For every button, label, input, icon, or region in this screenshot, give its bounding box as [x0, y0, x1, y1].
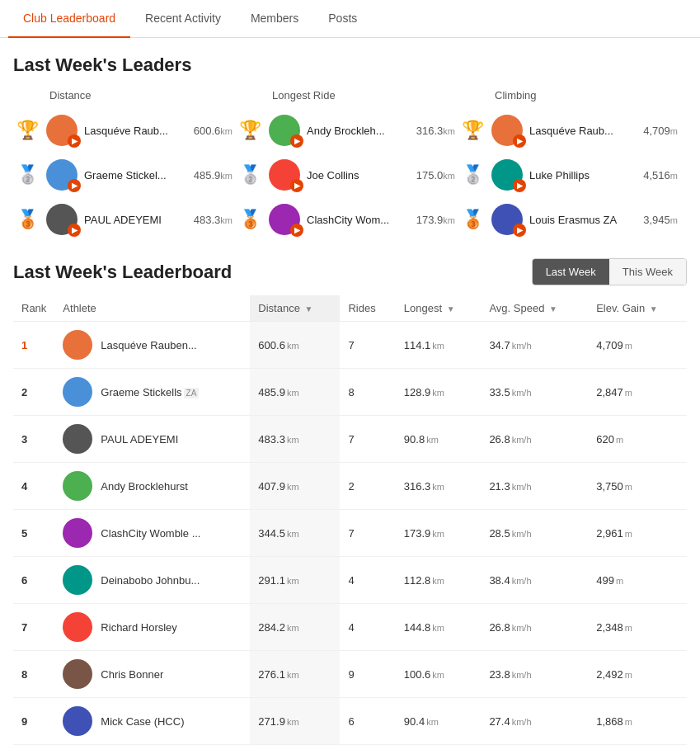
distance-cell: 407.9km: [250, 463, 340, 510]
avatar-wrap: ▶: [46, 159, 78, 191]
elev-gain-col-header[interactable]: Elev. Gain ▼: [588, 295, 687, 322]
rides-cell: 9: [340, 651, 395, 698]
tab-members[interactable]: Members: [236, 0, 313, 38]
rank-col-header: Rank: [13, 295, 54, 322]
rank-badge: ▶: [513, 179, 526, 192]
table-row: 7 Richard Horsley 284.2km 4 144.8km 26.8…: [13, 604, 687, 651]
tab-recent-activity[interactable]: Recent Activity: [130, 0, 236, 38]
leader-name: Louis Erasmus ZA: [529, 214, 638, 226]
longest-cell: 144.8km: [396, 604, 482, 651]
rank-badge: ▶: [68, 224, 81, 237]
leader-value: 485.9km: [194, 169, 233, 182]
distance-cell: 600.6km: [250, 322, 340, 369]
avg-speed-cell: 23.8km/h: [481, 651, 588, 698]
leader-value: 175.0km: [416, 169, 455, 182]
leader-name: Lasquéve Raub...: [84, 125, 189, 137]
distance-col-header: Distance: [49, 89, 92, 101]
athlete-cell[interactable]: Richard Horsley: [54, 604, 250, 651]
athlete-name: Mick Case (HCC): [101, 715, 184, 728]
distance-cell: 284.2km: [250, 604, 340, 651]
athlete-cell[interactable]: Andy Brocklehurst: [54, 463, 250, 510]
trophy-silver-icon: 🥈: [462, 164, 491, 186]
avg-speed-cell: 33.5km/h: [481, 369, 588, 416]
leader-name: Joe Collins: [307, 169, 411, 182]
page-container: Club Leaderboard Recent Activity Members…: [0, 0, 700, 745]
avatar-wrap: ▶: [491, 115, 523, 146]
leader-name: PAUL ADEYEMI: [84, 214, 189, 226]
distance-cell: 344.5km: [250, 510, 340, 557]
table-row: 6 Deinabobo Johnbu... 291.1km 4 112.8km …: [13, 557, 687, 604]
sort-arrow-icon: ▼: [305, 304, 313, 314]
rank-cell: 8: [13, 651, 54, 698]
athlete-cell[interactable]: Lasquéve Rauben...: [54, 322, 250, 369]
athlete-name: Chris Bonner: [101, 668, 163, 681]
leader-value: 600.6km: [194, 125, 233, 137]
tab-club-leaderboard[interactable]: Club Leaderboard: [8, 0, 130, 38]
longest-leader-3: 🥉 ▶ ClashCity Wom... 173.9km: [236, 197, 458, 242]
leaders-section: Distance 🏆 ▶ Lasquéve Raub... 600.6km 🥈: [0, 86, 700, 258]
athlete-name: Graeme StickellsZA: [101, 386, 199, 398]
leader-name: Luke Phillips: [529, 169, 638, 182]
rides-cell: 4: [340, 557, 395, 604]
elev-gain-cell: 2,348m: [588, 604, 687, 651]
longest-cell: 112.8km: [396, 557, 482, 604]
last-week-button[interactable]: Last Week: [533, 259, 609, 285]
athlete-cell[interactable]: Graeme StickellsZA: [54, 369, 250, 416]
elev-gain-cell: 1,868m: [588, 698, 687, 745]
distance-cell: 483.3km: [250, 416, 340, 463]
distance-col-header[interactable]: Distance ▼: [250, 295, 340, 322]
week-toggle: Last Week This Week: [532, 258, 687, 285]
table-row: 4 Andy Brocklehurst 407.9km 2 316.3km 21…: [13, 463, 687, 510]
longest-cell: 100.6km: [396, 651, 482, 698]
longest-cell: 173.9km: [396, 510, 482, 557]
rank-cell: 2: [13, 369, 54, 416]
athlete-avatar: [63, 471, 92, 501]
athlete-cell[interactable]: Deinabobo Johnbu...: [54, 557, 250, 604]
athlete-cell[interactable]: ClashCity Womble ...: [54, 510, 250, 557]
leader-value: 4,709m: [643, 125, 678, 137]
distance-cell: 291.1km: [250, 557, 340, 604]
athlete-cell[interactable]: Chris Bonner: [54, 651, 250, 698]
distance-cell: 276.1km: [250, 651, 340, 698]
leaders-distance-col: Distance 🏆 ▶ Lasquéve Raub... 600.6km 🥈: [13, 86, 236, 242]
athlete-name: ClashCity Womble ...: [101, 527, 200, 540]
sort-arrow-icon: ▼: [549, 304, 557, 314]
elev-gain-cell: 2,847m: [588, 369, 687, 416]
table-header-row: Rank Athlete Distance ▼ Rides Longest ▼ …: [13, 295, 687, 322]
table-row: 2 Graeme StickellsZA 485.9km 8 128.9km 3…: [13, 369, 687, 416]
rank-cell: 6: [13, 557, 54, 604]
rides-cell: 6: [340, 698, 395, 745]
climbing-leader-3: 🥉 ▶ Louis Erasmus ZA 3,945m: [458, 197, 681, 242]
athlete-cell[interactable]: PAUL ADEYEMI: [54, 416, 250, 463]
leader-name: Graeme Stickel...: [84, 169, 189, 182]
leaderboard-title: Last Week's Leaderboard: [13, 262, 232, 283]
athlete-avatar: [63, 565, 92, 595]
rank-cell: 4: [13, 463, 54, 510]
rides-cell: 2: [340, 463, 395, 510]
longest-cell: 128.9km: [396, 369, 482, 416]
rides-cell: 7: [340, 416, 395, 463]
elev-gain-cell: 2,492m: [588, 651, 687, 698]
leader-value: 173.9km: [416, 214, 455, 226]
leaders-climbing-col: Climbing 🏆 ▶ Lasquéve Raub... 4,709m 🥈: [458, 86, 681, 242]
athlete-name: Richard Horsley: [101, 621, 176, 634]
athlete-avatar: [63, 424, 92, 454]
rank-cell: 3: [13, 416, 54, 463]
trophy-bronze-icon: 🥉: [462, 209, 491, 230]
this-week-button[interactable]: This Week: [609, 259, 686, 285]
avg-speed-cell: 38.4km/h: [481, 557, 588, 604]
avatar-wrap: ▶: [46, 204, 78, 235]
athlete-avatar: [63, 659, 92, 689]
athlete-cell[interactable]: Mick Case (HCC): [54, 698, 250, 745]
tab-posts[interactable]: Posts: [313, 0, 372, 38]
climbing-col-header: Climbing: [495, 89, 537, 101]
avg-speed-col-header[interactable]: Avg. Speed ▼: [481, 295, 588, 322]
table-row: 1 Lasquéve Rauben... 600.6km 7 114.1km 3…: [13, 322, 687, 369]
leader-value: 483.3km: [194, 214, 233, 226]
rides-cell: 8: [340, 369, 395, 416]
longest-col-header[interactable]: Longest ▼: [396, 295, 482, 322]
leader-name: Lasquéve Raub...: [529, 125, 638, 137]
athlete-name: PAUL ADEYEMI: [101, 433, 178, 446]
elev-gain-cell: 2,961m: [588, 510, 687, 557]
rank-badge: ▶: [513, 224, 526, 237]
